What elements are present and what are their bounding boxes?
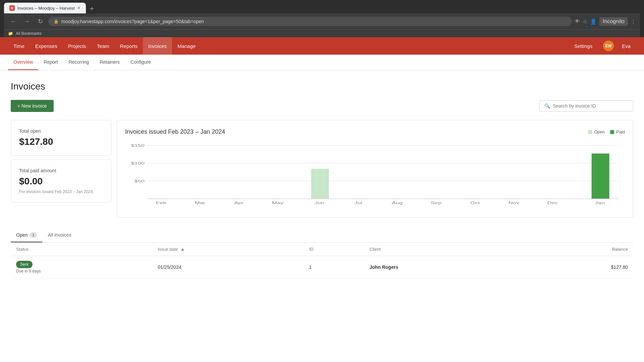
table-row[interactable]: Sent Due in 6 days 01/25/2024 1 John Rog…: [11, 256, 633, 279]
main-content: Invoices + New invoice 🔍 Total open $127…: [0, 70, 644, 362]
tab-all-label: All invoices: [48, 232, 71, 238]
subnav-recurring[interactable]: Recurring: [63, 55, 94, 70]
chart-area: $150 $100 $50 Feb Mar Apr May Jun: [125, 142, 625, 209]
top-actions: + New invoice 🔍: [11, 100, 633, 112]
back-button[interactable]: ←: [8, 16, 19, 27]
subnav-configure[interactable]: Configure: [125, 55, 156, 70]
col-balance: Balance: [522, 243, 633, 256]
user-avatar[interactable]: EW: [603, 41, 614, 51]
svg-text:Jul: Jul: [355, 201, 362, 205]
profile-icon[interactable]: 👤: [590, 18, 597, 25]
bar-jan-paid: [592, 154, 609, 199]
total-open-card: Total open $127.80: [11, 120, 111, 156]
legend-paid: Paid: [610, 129, 625, 134]
chart-header: Invoices issued Feb 2023 – Jan 2024 Open…: [125, 128, 625, 135]
search-input[interactable]: [553, 103, 628, 109]
nav-time[interactable]: Time: [8, 37, 30, 55]
settings-link[interactable]: Settings: [569, 37, 598, 55]
status-badge: Sent: [16, 261, 33, 268]
tab-title: Invoices – Moodjoy – Harvest: [17, 6, 75, 11]
row-status: Sent Due in 6 days: [11, 256, 152, 279]
svg-text:Apr: Apr: [234, 201, 244, 205]
browser-tabs: M Invoices – Moodjoy – Harvest × +: [4, 3, 640, 13]
table-header: Status Issue date ▲ ID Client Balance: [11, 243, 633, 256]
tab-open-badge: 1: [30, 232, 37, 238]
bookmark-icon[interactable]: ☆: [583, 18, 587, 25]
svg-text:$100: $100: [131, 161, 144, 165]
invoice-section: Open 1 All invoices Status Issue date ▲: [11, 228, 633, 279]
top-nav: Time Expenses Projects Team Reports Invo…: [0, 37, 644, 55]
svg-text:Dec: Dec: [547, 201, 558, 205]
svg-text:Feb: Feb: [156, 201, 166, 205]
legend-open-dot: [588, 130, 592, 134]
eye-off-icon: 👁: [575, 18, 580, 24]
subnav-report[interactable]: Report: [38, 55, 63, 70]
browser-chrome: M Invoices – Moodjoy – Harvest × + ← → ↻…: [0, 0, 644, 37]
incognito-badge: Incognito: [599, 17, 628, 26]
row-client: John Rogers: [364, 256, 522, 279]
chart-title: Invoices issued Feb 2023 – Jan 2024: [125, 128, 225, 135]
svg-text:Sep: Sep: [431, 201, 441, 205]
tab-open[interactable]: Open 1: [11, 228, 42, 242]
chart-card: Invoices issued Feb 2023 – Jan 2024 Open…: [117, 120, 633, 218]
active-tab[interactable]: M Invoices – Moodjoy – Harvest ×: [4, 3, 86, 13]
search-icon: 🔍: [544, 103, 550, 109]
svg-text:Nov: Nov: [508, 201, 520, 205]
total-paid-label: Total paid amount: [19, 168, 103, 173]
nav-team[interactable]: Team: [92, 37, 115, 55]
tab-all-invoices[interactable]: All invoices: [42, 228, 76, 242]
reload-button[interactable]: ↻: [35, 16, 46, 27]
page-title: Invoices: [11, 81, 633, 92]
legend-open-label: Open: [594, 129, 605, 134]
bookmarks-label: All Bookmarks: [16, 31, 42, 36]
chart-svg: $150 $100 $50 Feb Mar Apr May Jun: [125, 142, 625, 209]
nav-actions: 👁 ☆ 👤 Incognito ⋮: [575, 17, 636, 26]
forward-button[interactable]: →: [21, 16, 32, 27]
new-invoice-button[interactable]: + New invoice: [11, 100, 54, 112]
col-issue-date[interactable]: Issue date ▲: [152, 243, 304, 256]
svg-text:Jan: Jan: [595, 201, 605, 205]
svg-text:$50: $50: [135, 179, 145, 183]
stats-col: Total open $127.80 Total paid amount $0.…: [11, 120, 111, 218]
row-id: 1: [304, 256, 364, 279]
total-paid-note: For invoices issued Feb 2023 – Jan 2024.: [19, 189, 103, 194]
invoice-tabs: Open 1 All invoices: [11, 228, 633, 243]
bookmarks-folder-icon: 📁: [8, 31, 13, 36]
app: Time Expenses Projects Team Reports Invo…: [0, 37, 644, 362]
row-issue-date: 01/25/2024: [152, 256, 304, 279]
table-body: Sent Due in 6 days 01/25/2024 1 John Rog…: [11, 256, 633, 279]
bar-jun-open: [311, 169, 329, 199]
total-open-value: $127.80: [19, 136, 103, 147]
nav-manage[interactable]: Manage: [172, 37, 201, 55]
legend-open: Open: [588, 129, 605, 134]
menu-icon[interactable]: ⋮: [631, 18, 636, 25]
svg-text:May: May: [272, 201, 284, 205]
browser-nav: ← → ↻ 🔒 moodjoy.harvestapp.com/invoices?…: [4, 13, 640, 29]
col-id: ID: [304, 243, 364, 256]
subnav-retainers[interactable]: Retainers: [94, 55, 125, 70]
bookmarks-bar: 📁 All Bookmarks: [4, 29, 640, 37]
svg-text:Aug: Aug: [392, 201, 402, 205]
nav-expenses[interactable]: Expenses: [30, 37, 63, 55]
row-balance: $127.80: [522, 256, 633, 279]
nav-invoices[interactable]: Invoices: [143, 37, 172, 55]
tab-open-label: Open: [16, 232, 28, 238]
url-text: moodjoy.harvestapp.com/invoices?page=1&p…: [61, 19, 204, 24]
legend-paid-label: Paid: [616, 129, 625, 134]
sort-arrow-icon: ▲: [180, 247, 185, 252]
tab-close-button[interactable]: ×: [77, 5, 80, 11]
user-name-link[interactable]: Eva: [616, 37, 636, 55]
chart-legend: Open Paid: [588, 129, 625, 134]
top-nav-right: Settings EW Eva: [569, 37, 636, 55]
total-open-label: Total open: [19, 128, 103, 134]
subnav-overview[interactable]: Overview: [8, 55, 38, 70]
svg-text:$150: $150: [131, 143, 144, 147]
svg-text:Oct: Oct: [470, 201, 480, 205]
svg-text:Mar: Mar: [195, 201, 205, 205]
address-bar[interactable]: 🔒 moodjoy.harvestapp.com/invoices?page=1…: [48, 17, 572, 26]
due-text: Due in 6 days: [16, 269, 41, 274]
new-tab-button[interactable]: +: [87, 4, 97, 13]
nav-projects[interactable]: Projects: [63, 37, 92, 55]
total-paid-value: $0.00: [19, 176, 103, 187]
nav-reports[interactable]: Reports: [115, 37, 143, 55]
